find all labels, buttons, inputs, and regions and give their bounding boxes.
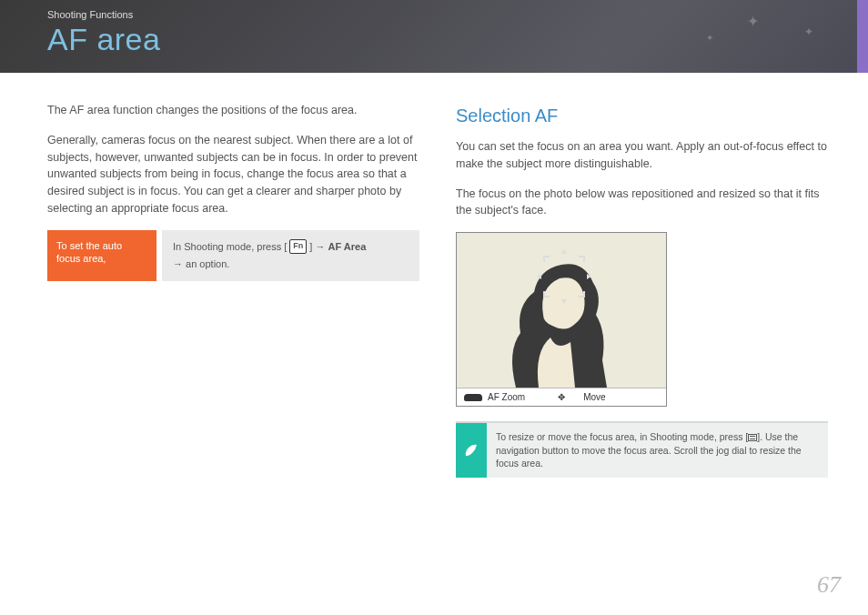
left-column: The AF area function changes the positio… xyxy=(47,102,419,478)
jog-dial-icon xyxy=(464,394,482,401)
selection-p1: You can set the focus on an area you wan… xyxy=(456,138,828,173)
page-number: 67 xyxy=(817,571,841,599)
selection-p2: The focus on the photo below was reposit… xyxy=(456,186,828,220)
instruction-detail: In Shooting mode, press [ Fn ] → AF Area… xyxy=(162,230,419,281)
page-header: ✦ ✦ ✦ Shooting Functions AF area xyxy=(0,0,868,73)
content-area: The AF area function changes the positio… xyxy=(0,73,868,478)
breadcrumb: Shooting Functions xyxy=(47,9,868,20)
photo-control-bar: AF Zoom Move xyxy=(457,388,666,406)
photo-image xyxy=(457,233,666,388)
instr-post: → an option. xyxy=(173,257,229,272)
menu-button-icon xyxy=(748,434,757,441)
instruction-row: To set the auto focus area, In Shooting … xyxy=(47,230,419,281)
note-box: To resize or move the focus area, in Sho… xyxy=(456,421,828,478)
note-pre: To resize or move the focus area, in Sho… xyxy=(496,431,748,442)
section-title: Selection AF xyxy=(456,102,828,129)
instruction-label: To set the auto focus area, xyxy=(47,230,156,281)
intro-text: The AF area function changes the positio… xyxy=(47,102,419,119)
instr-pre: In Shooting mode, press [ xyxy=(173,239,287,255)
instr-mid: ] → xyxy=(309,239,325,255)
page-title: AF area xyxy=(47,22,868,57)
nav-button-icon xyxy=(558,393,567,402)
fn-button-icon: Fn xyxy=(289,239,307,254)
example-photo: AF Zoom Move xyxy=(456,232,667,407)
right-column: Selection AF You can set the focus on an… xyxy=(456,102,828,478)
body-text: Generally, cameras focus on the nearest … xyxy=(47,132,419,217)
note-icon xyxy=(456,423,487,478)
move-label: Move xyxy=(583,390,605,404)
focus-frame-icon xyxy=(537,249,591,304)
note-text: To resize or move the focus area, in Sho… xyxy=(487,423,828,478)
af-zoom-label: AF Zoom xyxy=(488,390,525,404)
instr-bold: AF Area xyxy=(328,239,366,255)
